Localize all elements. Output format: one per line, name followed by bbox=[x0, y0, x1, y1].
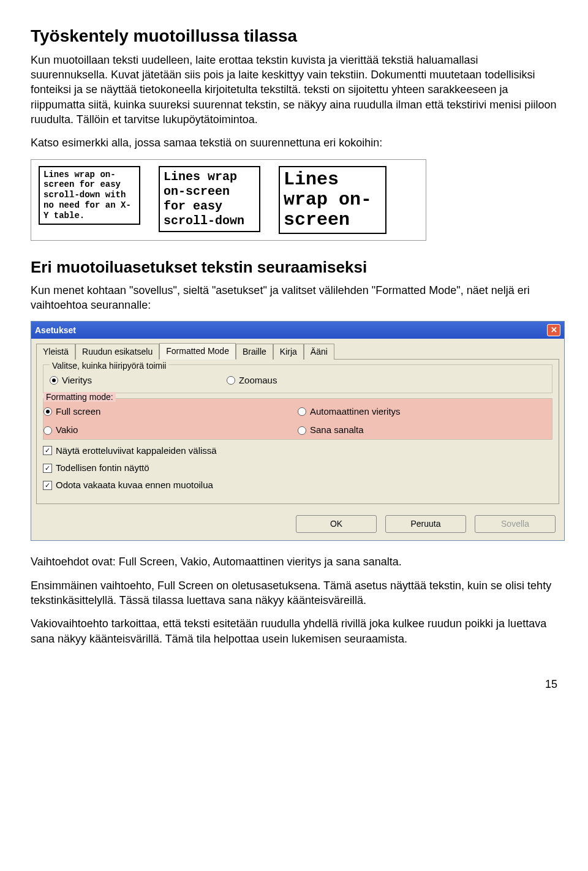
radio-icon bbox=[298, 426, 306, 435]
group-mousewheel: Valitse, kuinka hiiripyörä toimii Vierit… bbox=[43, 364, 552, 393]
radio-label: Full screen bbox=[56, 405, 100, 418]
apply-button[interactable]: Sovella bbox=[475, 515, 556, 533]
checkbox-label: Näytä erotteluviivat kappaleiden välissä bbox=[56, 445, 217, 457]
checkbox-real-font[interactable]: Todellisen fontin näyttö bbox=[43, 462, 552, 474]
radio-icon bbox=[50, 376, 58, 385]
cancel-button[interactable]: Peruuta bbox=[385, 515, 466, 533]
example-figure: Lines wrap on-screen for easy scroll-dow… bbox=[31, 159, 426, 241]
paragraph: Katso esimerkki alla, jossa samaa teksti… bbox=[31, 135, 557, 150]
paragraph: Vakiovaihtoehto tarkoittaa, että teksti … bbox=[31, 616, 557, 646]
tab-body: Valitse, kuinka hiiripyörä toimii Vierit… bbox=[36, 359, 559, 504]
ok-button[interactable]: OK bbox=[296, 515, 377, 533]
dialog-title: Asetukset bbox=[35, 325, 76, 336]
checkbox-label: Odota vakaata kuvaa ennen muotoilua bbox=[56, 479, 213, 491]
radio-label: Vieritys bbox=[62, 374, 92, 386]
radio-label: Automaattinen vieritys bbox=[310, 405, 401, 418]
radio-icon bbox=[298, 407, 306, 416]
radio-icon bbox=[227, 376, 235, 385]
paragraph: Vaihtoehdot ovat: Full Screen, Vakio, Au… bbox=[31, 554, 557, 569]
radio-label: Zoomaus bbox=[239, 374, 277, 386]
radio-zoom[interactable]: Zoomaus bbox=[227, 374, 277, 386]
radio-icon bbox=[43, 426, 52, 435]
checkbox-icon bbox=[43, 464, 52, 473]
checkbox-wait-stable[interactable]: Odota vakaata kuvaa ennen muotoilua bbox=[43, 479, 552, 491]
dialog-button-row: OK Peruuta Sovella bbox=[31, 509, 564, 540]
group-formatting-mode: Formatting mode: Full screen Automaattin… bbox=[43, 398, 552, 439]
radio-standard[interactable]: Vakio bbox=[43, 424, 298, 436]
checkbox-label: Todellisen fontin näyttö bbox=[56, 462, 149, 474]
tab-general[interactable]: Yleistä bbox=[36, 344, 75, 360]
tab-preview[interactable]: Ruudun esikatselu bbox=[75, 344, 159, 360]
radio-word-by-word[interactable]: Sana sanalta bbox=[298, 424, 552, 436]
radio-label: Vakio bbox=[56, 424, 78, 436]
example-box-large: Lines wrap on-screen bbox=[279, 166, 386, 234]
tab-formatted-mode[interactable]: Formatted Mode bbox=[159, 343, 236, 360]
checkbox-icon bbox=[43, 446, 52, 455]
heading-2: Eri muotoiluasetukset tekstin seuraamise… bbox=[31, 257, 557, 278]
tab-sound[interactable]: Ääni bbox=[304, 344, 334, 360]
radio-icon bbox=[43, 407, 52, 416]
paragraph: Kun muotoillaan teksti uudelleen, laite … bbox=[31, 53, 557, 127]
heading-1: Työskentely muotoillussa tilassa bbox=[31, 25, 557, 48]
radio-full-screen[interactable]: Full screen bbox=[43, 405, 298, 418]
tab-book[interactable]: Kirja bbox=[273, 344, 304, 360]
paragraph: Kun menet kohtaan "sovellus", sieltä "as… bbox=[31, 283, 557, 313]
paragraph: Ensimmäinen vaihtoehto, Full Screen on o… bbox=[31, 578, 557, 608]
group-label: Formatting mode: bbox=[43, 392, 116, 402]
group-label: Valitse, kuinka hiiripyörä toimii bbox=[50, 361, 168, 371]
radio-label: Sana sanalta bbox=[310, 424, 364, 436]
checkbox-icon bbox=[43, 481, 52, 490]
tab-braille[interactable]: Braille bbox=[236, 344, 273, 360]
dialog-title-bar: Asetukset ✕ bbox=[31, 322, 564, 339]
example-box-medium: Lines wrap on-screen for easy scroll-dow… bbox=[159, 166, 260, 232]
tab-strip: Yleistä Ruudun esikatselu Formatted Mode… bbox=[31, 339, 564, 359]
checkbox-show-separators[interactable]: Näytä erotteluviivat kappaleiden välissä bbox=[43, 445, 552, 457]
radio-auto-scroll[interactable]: Automaattinen vieritys bbox=[298, 405, 552, 418]
settings-dialog: Asetukset ✕ Yleistä Ruudun esikatselu Fo… bbox=[31, 321, 565, 541]
radio-scroll[interactable]: Vieritys bbox=[50, 374, 92, 386]
close-icon[interactable]: ✕ bbox=[547, 324, 560, 336]
example-box-small: Lines wrap on-screen for easy scroll-dow… bbox=[39, 166, 140, 225]
page-number: 15 bbox=[31, 677, 557, 692]
